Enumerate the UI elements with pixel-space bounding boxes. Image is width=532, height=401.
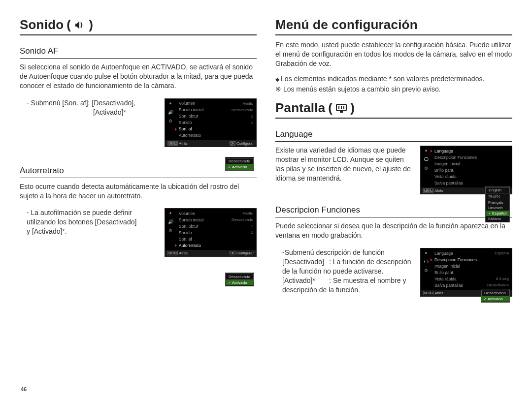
bullet-defaults: ◆ Los elementos indicados mediante * son… [275,74,512,84]
lcd-screenshot-descripcion: ●🖵⚙LanguageEspañolDescripcion FuncionesI… [420,248,512,297]
heading-pantalla: Pantalla ( ) [275,100,512,116]
lcd-screenshot-language: ●🖵⚙LanguageDescripcion FuncionesImagen i… [420,146,512,194]
submenu-line: utilizando los botones [Desactivado] [27,217,158,227]
dot-icon: ● [423,148,430,154]
speaker-icon: 🔊 [167,109,174,115]
speaker-icon [74,20,86,30]
subheading-sonido-af: Sonido AF [20,46,257,56]
lcd-menu-row: Son. obtur1 [176,223,255,229]
lcd-menu-row: Descripcion Funciones [432,154,511,160]
lcd-footer: MENUAtrásOKConfigurar [165,140,256,147]
lcd-footer: MENUAtrásOKConfigurar [165,250,256,256]
lcd-menu-row: LanguageEspañol [432,250,511,256]
submenu-line: [Activado]* [27,108,158,117]
lcd-menu-row: Sonido1 [176,229,255,236]
lcd-menu-row: Son. obtur1 [176,113,255,120]
submenu-text-descripcion: -Submenú descripción de función [Desacti… [275,248,413,294]
lcd-menu-row: Sonido inicialDesactivado [176,216,255,223]
lcd-option-item: Italiano [486,216,509,221]
lcd-screenshot-sonaf: ●🔊⚙VolumenMedioSonido inicialDesactivado… [165,98,257,147]
para-menu-config: En este modo, usted puede establecer la … [275,40,512,68]
para-language: Existe una variedad de idiomas que puede… [275,146,413,183]
lcd-option-item: Activado [481,296,509,302]
lcd-option-item: 한국어 [486,193,509,200]
lcd-menu-row: Vista rápida [432,173,511,180]
heading-sonido-text: Sonido [20,17,64,32]
submenu-line: - La autofilmación se puede definir [27,208,158,217]
subheading-autorretrato: Autorretrato [20,166,257,176]
submenu-text-autorretrato: - La autofilmación se puede definir util… [20,208,158,236]
para-autorretrato: Esto ocurre cuando detecta automáticamen… [20,182,257,201]
lcd-menu-row: Sonido1 [176,120,255,126]
lcd-menu-row: Salva pantallasDesactivado [432,282,511,288]
lcd-menu-row: Autorretrato [176,242,255,248]
left-column: Sonido ( ) Sonido AF Si selecciona el so… [20,17,257,391]
dot-icon: ● [423,250,430,256]
paren-open: ( [328,100,332,116]
gear-icon: ⚙ [423,268,430,274]
lcd-menu-row: VolumenMedio [176,100,255,107]
paren-close: ) [350,100,355,116]
lcd-menu-row: Vista rápida0.5 seg [432,276,511,282]
display-icon: 🖵 [423,259,430,265]
lcd-menu-row: Brillo pant. [432,167,511,173]
submenu-line: - Submenú [Son. af]: [Desactivado], [27,98,158,108]
subheading-language: Language [275,129,512,139]
paren-open: ( [66,17,71,32]
paren-close: ) [89,17,93,32]
lcd-option-item: Français [486,200,509,205]
lcd-option-item: Desactivado [226,158,254,164]
diamond-icon: ◆ [275,76,281,82]
speaker-icon: 🔊 [167,219,174,225]
bullet-change-notice: ※ Los menús están sujetos a cambio sin p… [275,85,512,94]
lcd-option-item: Español [486,211,509,216]
lcd-menu-row: Sonido inicialDesactivado [176,107,255,113]
lcd-menu-row: Language [432,148,511,154]
lcd-option-item: Desactivado [481,290,509,296]
para-sonido-af: Si selecciona el sonido de Autoenfoque e… [20,62,257,91]
lcd-screenshot-autorretrato: ●🔊⚙VolumenMedioSonido inicialDesactivado… [165,208,257,257]
submenu-text-sonaf: - Submenú [Son. af]: [Desactivado], [Act… [20,98,158,117]
submenu-row: [Activado]*: Se muestra el nombre y desc… [282,276,413,295]
page-number: 46 [21,386,27,392]
lcd-menu-row: Salva pantallas [432,180,511,186]
display-icon: 🖵 [423,156,430,162]
subheading-descripcion: Descripcion Funciones [275,205,512,215]
lcd-option-item: English [486,187,509,193]
lcd-option-item: Desactivado [226,274,254,280]
submenu-line: -Submenú descripción de función [282,248,413,257]
svg-rect-4 [340,111,343,113]
lcd-option-item: Activado [226,280,254,285]
lcd-menu-row: Imagen inicial [432,263,511,269]
lcd-menu-row: Autorretrato [176,132,255,139]
gear-icon: ⚙ [167,118,174,124]
lcd-menu-row: Imagen inicial [432,160,511,167]
lcd-menu-row: Son. af [176,126,255,132]
lcd-option-item: Deutsch [486,205,509,211]
heading-menu-config: Menú de configuración [275,17,512,32]
lcd-menu-row: Descripcion Funciones [432,256,511,263]
lcd-menu-row: Brillo pant. [432,269,511,276]
submenu-line: y [Activado]*. [27,227,158,236]
dot-icon: ● [167,210,174,216]
para-descripcion: Puede seleccionar si desea que la descri… [275,221,512,240]
heading-sonido: Sonido ( ) [20,17,257,32]
display-icon [335,103,347,113]
dot-icon: ● [167,100,174,106]
right-column: Menú de configuración En este modo, uste… [275,17,512,391]
submenu-row: [Desactivado]: La función de descripción… [282,257,413,276]
gear-icon: ⚙ [167,228,174,234]
heading-pantalla-text: Pantalla [275,100,325,116]
lcd-option-item: Activado [226,164,254,170]
gear-icon: ⚙ [423,165,430,171]
lcd-menu-row: VolumenMedio [176,210,255,216]
lcd-menu-row: Son. af [176,236,255,242]
